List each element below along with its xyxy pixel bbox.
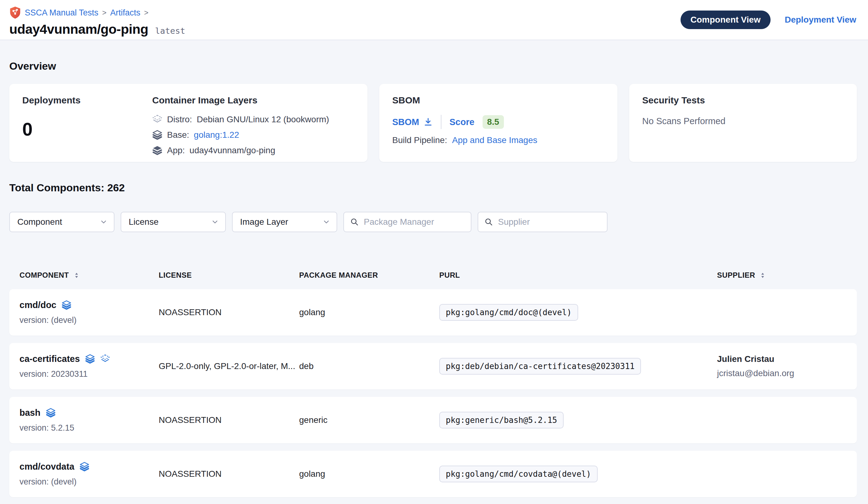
component-cell: cmd/covdata version: (devel) — [20, 462, 159, 487]
search-input-package-manager[interactable] — [363, 217, 465, 227]
components-table-rows: cmd/doc version: (devel) NOASSERTION gol… — [9, 289, 857, 497]
column-label: PURL — [439, 271, 460, 280]
search-input-supplier[interactable] — [497, 217, 601, 227]
table-row: cmd/covdata version: (devel) NOASSERTION… — [9, 451, 857, 497]
overview-cards: Deployments 0 Container Image Layers Dis… — [9, 84, 857, 162]
main-content: Overview Deployments 0 Container Image L… — [0, 60, 868, 497]
chevron-down-icon — [211, 218, 219, 226]
table-header: COMPONENT LICENSE PACKAGE MANAGER PURL S… — [9, 264, 857, 286]
table-row: ca-certificates version: 20230311 GPL-2.… — [9, 343, 857, 390]
component-cell: ca-certificates version: 20230311 — [20, 354, 159, 379]
build-pipeline-link[interactable]: App and Base Images — [452, 135, 537, 145]
column-label: LICENSE — [159, 271, 192, 280]
supplier-cell: Julien Cristau jcristau@debian.org — [717, 354, 848, 378]
view-toggle: Component View Deployment View — [681, 11, 856, 29]
base-image-link[interactable]: golang:1.22 — [194, 130, 239, 140]
sort-icon — [759, 272, 766, 279]
dropdown-value: Component — [17, 217, 62, 227]
purl-chip: pkg:golang/cmd/covdata@(devel) — [439, 466, 598, 482]
license-cell: NOASSERTION — [159, 469, 299, 479]
component-view-button[interactable]: Component View — [681, 11, 771, 29]
component-version: version: (devel) — [20, 315, 159, 325]
filters-row: Component License Image Layer — [9, 212, 857, 232]
filter-dropdown-license[interactable]: License — [121, 212, 226, 232]
layers-list: Distro: Debian GNU/Linux 12 (bookworm) B… — [152, 114, 329, 155]
distro-layers-icon — [152, 114, 162, 124]
ssca-shield-logo-icon — [9, 6, 21, 19]
container-layers-section: Container Image Layers Distro: Debian GN… — [152, 95, 329, 151]
sbom-score-badge: 8.5 — [483, 115, 504, 129]
sbom-card: SBOM SBOM Score 8.5 Build Pipeline: App … — [379, 84, 618, 162]
filter-dropdown-image-layer[interactable]: Image Layer — [232, 212, 337, 232]
chevron-down-icon — [100, 218, 108, 226]
license-cell: GPL-2.0-only, GPL-2.0-or-later, M... — [159, 361, 299, 371]
component-version: version: (devel) — [20, 477, 159, 487]
package-manager-cell: generic — [299, 415, 439, 425]
deployments-layers-card: Deployments 0 Container Image Layers Dis… — [9, 84, 368, 162]
search-package-manager — [343, 212, 472, 232]
column-header-supplier[interactable]: SUPPLIER — [717, 271, 848, 280]
page-title: uday4vunnam/go-ping — [9, 22, 148, 37]
breadcrumb-project-link[interactable]: SSCA Manual Tests — [25, 8, 99, 18]
container-layers-title: Container Image Layers — [152, 95, 329, 105]
dropdown-value: Image Layer — [240, 217, 288, 227]
app-layers-icon — [152, 145, 162, 155]
supplier-email: jcristau@debian.org — [717, 369, 848, 378]
column-header-component[interactable]: COMPONENT — [20, 271, 159, 280]
breadcrumb-separator: > — [102, 8, 106, 17]
purl-chip: pkg:deb/debian/ca-certificates@20230311 — [439, 358, 641, 375]
package-manager-cell: deb — [299, 361, 439, 371]
purl-chip: pkg:generic/bash@5.2.15 — [439, 412, 564, 429]
breadcrumb-artifacts-link[interactable]: Artifacts — [110, 8, 141, 18]
search-icon — [350, 218, 359, 226]
sbom-download-label: SBOM — [392, 117, 419, 127]
security-tests-title: Security Tests — [642, 95, 844, 105]
layer-value: Debian GNU/Linux 12 (bookworm) — [197, 114, 329, 124]
column-header-purl: PURL — [439, 271, 717, 280]
layers-stack-icon — [62, 300, 71, 310]
layers-stack-icon — [85, 354, 95, 364]
purl-cell: pkg:golang/cmd/doc@(devel) — [439, 304, 717, 321]
component-cell: bash version: 5.2.15 — [20, 408, 159, 433]
deployments-count: 0 — [22, 119, 152, 140]
layer-value: uday4vunnam/go-ping — [190, 145, 275, 155]
chevron-down-icon — [322, 218, 330, 226]
purl-cell: pkg:golang/cmd/covdata@(devel) — [439, 466, 717, 482]
sbom-download-link[interactable]: SBOM — [392, 117, 433, 127]
column-label: COMPONENT — [20, 271, 69, 280]
build-pipeline-row: Build Pipeline: App and Base Images — [392, 135, 604, 145]
component-name: ca-certificates — [20, 354, 80, 364]
dropdown-value: License — [129, 217, 159, 227]
deployments-title: Deployments — [22, 95, 152, 105]
component-name: cmd/doc — [20, 300, 56, 310]
column-header-package-manager: PACKAGE MANAGER — [299, 271, 439, 280]
filter-dropdown-component[interactable]: Component — [9, 212, 114, 232]
deployment-view-button[interactable]: Deployment View — [785, 15, 856, 25]
breadcrumb-separator: > — [144, 8, 148, 17]
layers-dashed-icon — [100, 354, 110, 364]
sbom-row: SBOM Score 8.5 — [392, 115, 604, 129]
layers-stack-icon — [46, 408, 56, 417]
sort-icon — [73, 272, 80, 279]
no-scans-text: No Scans Performed — [642, 116, 844, 126]
sbom-score-label: Score — [450, 117, 475, 127]
vertical-divider — [441, 115, 442, 129]
component-name: bash — [20, 408, 41, 418]
base-layers-icon — [152, 130, 162, 140]
table-row: bash version: 5.2.15 NOASSERTION generic… — [9, 397, 857, 443]
total-components-heading: Total Components: 262 — [9, 182, 857, 194]
build-pipeline-label: Build Pipeline: — [392, 135, 447, 145]
component-version: version: 5.2.15 — [20, 423, 159, 433]
column-label: PACKAGE MANAGER — [299, 271, 378, 280]
supplier-name: Julien Cristau — [717, 354, 848, 364]
package-manager-cell: golang — [299, 469, 439, 479]
column-header-license: LICENSE — [159, 271, 299, 280]
table-row: cmd/doc version: (devel) NOASSERTION gol… — [9, 289, 857, 335]
layers-stack-icon — [80, 462, 90, 472]
download-icon — [423, 117, 433, 127]
layer-label: App: — [167, 145, 185, 155]
column-label: SUPPLIER — [717, 271, 755, 280]
search-supplier — [478, 212, 608, 232]
purl-cell: pkg:deb/debian/ca-certificates@20230311 — [439, 358, 717, 375]
artifact-tag: latest — [155, 26, 185, 36]
